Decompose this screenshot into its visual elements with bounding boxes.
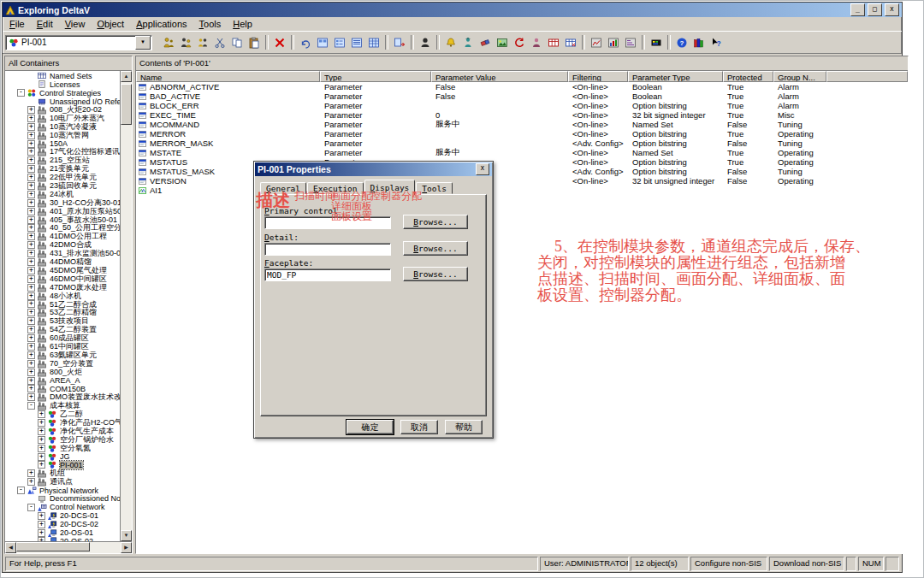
- tree-item[interactable]: +通讯点: [7, 478, 120, 487]
- table-red-button[interactable]: [545, 34, 562, 50]
- tree-item[interactable]: +AREA_A: [7, 376, 120, 385]
- table-row[interactable]: ABNORM_ACTIVEParameterFalse<On-line>Bool…: [136, 82, 908, 91]
- tree-item[interactable]: -Control Strategies: [7, 89, 120, 97]
- chart-1-button[interactable]: [588, 34, 605, 50]
- expand-toggle[interactable]: +: [38, 410, 45, 418]
- expand-toggle[interactable]: +: [38, 436, 45, 444]
- expand-toggle[interactable]: +: [27, 208, 35, 215]
- export-button[interactable]: [391, 34, 408, 50]
- expand-toggle[interactable]: +: [27, 165, 35, 173]
- tree-item[interactable]: +20-OS-01: [7, 528, 120, 537]
- tree-item[interactable]: +20-DCS-01: [7, 511, 120, 520]
- scroll-up-button[interactable]: ▲: [121, 71, 132, 82]
- expand-toggle[interactable]: +: [27, 300, 35, 308]
- column-header-name[interactable]: Name: [136, 71, 320, 82]
- tree-item[interactable]: -Physical Network: [7, 487, 120, 495]
- module-selector-combo[interactable]: PI-001 ▼: [5, 35, 152, 50]
- expand-toggle[interactable]: +: [27, 267, 35, 274]
- detail-display-input[interactable]: [264, 243, 391, 256]
- table-row[interactable]: MERROR_MASKParameter<Adv. Config>Option …: [136, 139, 908, 148]
- detail-display-browse-button[interactable]: Browse...: [403, 241, 468, 256]
- scroll-thumb[interactable]: [121, 84, 132, 125]
- primary-control-display-input[interactable]: [264, 216, 391, 229]
- user-button[interactable]: [417, 34, 434, 50]
- expand-toggle[interactable]: +: [27, 309, 35, 316]
- expand-toggle[interactable]: +: [27, 369, 35, 376]
- chart-2-button[interactable]: [605, 34, 622, 50]
- table-row[interactable]: MERRORParameter<On-line>Option bitstring…: [136, 129, 908, 139]
- tab-general[interactable]: General: [260, 182, 306, 194]
- menu-applications[interactable]: Applications: [130, 18, 192, 30]
- table-row[interactable]: MCOMMANDParameter服务中<On-line>Named SetFa…: [136, 120, 908, 129]
- people-1-button[interactable]: [160, 34, 177, 50]
- expand-toggle[interactable]: +: [27, 174, 35, 181]
- expand-toggle[interactable]: +: [27, 284, 35, 292]
- expand-toggle[interactable]: +: [38, 521, 45, 528]
- expand-toggle[interactable]: -: [27, 402, 35, 410]
- column-header-filler[interactable]: [826, 71, 908, 82]
- view-details-button[interactable]: [365, 34, 382, 50]
- faceplate-browse-button[interactable]: Browse...: [403, 267, 468, 281]
- menu-edit[interactable]: Edit: [31, 18, 59, 30]
- menu-object[interactable]: Object: [91, 18, 130, 30]
- bell-button[interactable]: [442, 34, 459, 50]
- column-header-group-n[interactable]: Group N...: [773, 71, 826, 82]
- expand-toggle[interactable]: +: [27, 292, 35, 300]
- expand-toggle[interactable]: +: [27, 191, 35, 198]
- expand-toggle[interactable]: +: [27, 156, 35, 164]
- tree-item[interactable]: +Decommissioned Nodes: [7, 495, 120, 504]
- eraser-button[interactable]: [477, 34, 494, 50]
- table-blue-button[interactable]: [562, 34, 579, 50]
- view-large-button[interactable]: [314, 34, 331, 50]
- view-small-button[interactable]: [331, 34, 348, 50]
- paste-button[interactable]: [246, 34, 263, 50]
- expand-toggle[interactable]: +: [27, 360, 35, 368]
- table-row[interactable]: BAD_ACTIVEParameterFalse<On-line>Boolean…: [136, 91, 908, 101]
- expand-toggle[interactable]: +: [27, 106, 35, 114]
- expand-toggle[interactable]: +: [27, 393, 35, 401]
- table-row[interactable]: EXEC_TIMEParameter0<On-line>32 bit signe…: [136, 110, 908, 120]
- title-bar[interactable]: Exploring DeltaV _ □ x: [3, 3, 902, 17]
- faceplate-input[interactable]: [264, 268, 391, 281]
- table-row[interactable]: AI1: [136, 186, 908, 195]
- scroll-left-button[interactable]: ◀: [5, 542, 16, 553]
- tree-item[interactable]: +JG: [7, 452, 120, 461]
- tab-displays[interactable]: Displays: [364, 180, 416, 195]
- table-row[interactable]: MSTATEParameter服务中<On-line>Named SetTrue…: [136, 148, 908, 157]
- menu-tools[interactable]: Tools: [193, 18, 228, 30]
- expand-toggle[interactable]: +: [27, 250, 35, 257]
- tree-item[interactable]: +800_火炬: [7, 368, 120, 376]
- undo-button[interactable]: [297, 34, 314, 50]
- expand-toggle[interactable]: +: [27, 334, 35, 342]
- expand-toggle[interactable]: +: [38, 512, 45, 520]
- expand-toggle[interactable]: +: [27, 115, 35, 122]
- primary-control-display-browse-button[interactable]: Browse...: [403, 215, 468, 229]
- expand-toggle[interactable]: +: [27, 258, 35, 266]
- context-help-button[interactable]: ?: [708, 34, 725, 50]
- operator-button[interactable]: [459, 34, 477, 50]
- expand-toggle[interactable]: +: [27, 148, 35, 156]
- restore-button[interactable]: □: [868, 3, 882, 16]
- scroll-track-h[interactable]: [16, 542, 121, 553]
- expand-toggle[interactable]: -: [27, 504, 35, 511]
- ok-button[interactable]: 确定: [346, 420, 394, 434]
- delete-button[interactable]: [271, 34, 288, 50]
- refresh-button[interactable]: [511, 34, 528, 50]
- tab-tools[interactable]: Tools: [416, 182, 453, 194]
- scroll-down-button[interactable]: ▼: [121, 530, 132, 541]
- cancel-button[interactable]: 取消: [400, 420, 438, 434]
- expand-toggle[interactable]: +: [27, 241, 35, 249]
- column-header-filtering[interactable]: Filtering: [568, 71, 628, 82]
- expand-toggle[interactable]: +: [38, 461, 45, 469]
- help-button[interactable]: 帮助: [445, 420, 483, 434]
- tree-item[interactable]: -Control Network: [7, 503, 120, 511]
- tree-item[interactable]: +10蒸汽管网: [7, 131, 120, 139]
- table-row[interactable]: BLOCK_ERRParameter<On-line>Option bitstr…: [136, 101, 908, 110]
- expand-toggle[interactable]: +: [27, 469, 35, 477]
- expand-toggle[interactable]: +: [27, 385, 35, 392]
- expand-toggle[interactable]: +: [27, 199, 35, 207]
- tree-item[interactable]: +Named Sets: [7, 72, 120, 80]
- tab-execution[interactable]: Execution: [307, 182, 364, 194]
- people-3-button[interactable]: [194, 34, 211, 50]
- menu-file[interactable]: File: [3, 18, 31, 30]
